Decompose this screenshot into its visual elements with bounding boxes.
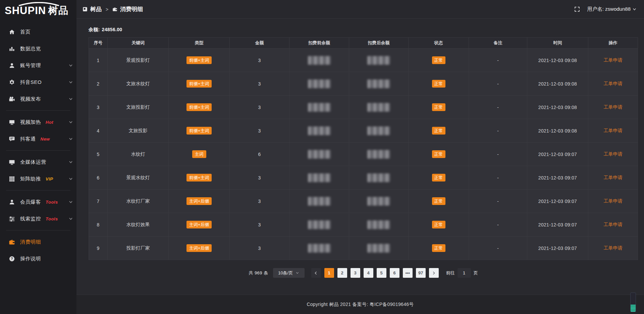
breadcrumb-current[interactable]: 消费明细 — [120, 5, 143, 13]
status-badge: 正常 — [432, 127, 445, 135]
type-badge: 前缀+主词 — [186, 80, 212, 88]
sidebar-item-label: 操作说明 — [20, 256, 41, 262]
work-order-link[interactable]: 工单申请 — [604, 128, 623, 134]
work-order-link[interactable]: 工单申请 — [604, 81, 623, 87]
cell-keyword: 水纹灯 — [108, 143, 169, 166]
consume-table: 序号关键词类型金额扣费前余额扣费后余额状态备注时间操作 1景观投影灯前缀+主词3… — [89, 37, 638, 260]
sidebar-divider — [6, 110, 70, 111]
page-jump-input[interactable]: 1 — [458, 268, 471, 278]
sidebar-item-media-operation[interactable]: 全媒体运营 — [0, 154, 76, 170]
sidebar-item-label: 数据总览 — [20, 46, 41, 52]
next-page-button[interactable] — [429, 268, 439, 278]
cell-action: 工单申请 — [588, 96, 638, 119]
masked-balance-before — [308, 197, 331, 206]
sidebar-item-douketong[interactable]: 抖客通New — [0, 130, 76, 147]
masked-balance-before — [308, 126, 331, 135]
page-size-select[interactable]: 10条/页 — [273, 268, 305, 278]
column-header: 类型 — [169, 38, 230, 49]
scroll-widget[interactable] — [630, 293, 636, 312]
work-order-link[interactable]: 工单申请 — [604, 151, 623, 157]
masked-balance-before — [308, 56, 331, 65]
sidebar-item-clue-monitor[interactable]: 线索监控Tools — [0, 210, 76, 227]
cell-action: 工单申请 — [588, 166, 638, 190]
table-body: 1景观投影灯前缀+主词3正常-2021-12-03 09:08工单申请2文旅水纹… — [89, 49, 638, 260]
logo-text-cn: 树品 — [48, 6, 69, 15]
sidebar-item-video-publish[interactable]: 视频发布 — [0, 91, 76, 107]
work-order-link[interactable]: 工单申请 — [604, 222, 623, 228]
cell-keyword: 景观投影灯 — [108, 49, 169, 72]
jump-suffix: 页 — [474, 270, 478, 276]
masked-balance-after — [367, 220, 390, 229]
user-menu[interactable]: 用户名: zswodun88 — [587, 6, 637, 12]
pagination-total: 共 969 条 — [249, 270, 268, 276]
work-order-link[interactable]: 工单申请 — [604, 198, 623, 204]
page-button-5[interactable]: 5 — [377, 268, 386, 278]
cell-balance-after — [349, 143, 409, 166]
cell-amount: 3 — [230, 96, 289, 119]
masked-balance-before — [308, 103, 331, 112]
cell-keyword: 景观水纹灯 — [108, 166, 169, 190]
cell-status: 正常 — [409, 190, 469, 213]
cell-balance-after — [349, 96, 409, 119]
sidebar-item-video-heat[interactable]: 视频加热Hot — [0, 114, 76, 130]
sidebar-item-consume-detail[interactable]: 消费明细 — [0, 233, 76, 250]
sidebar-item-home[interactable]: 首页 — [0, 23, 76, 40]
sidebar-item-label: 矩阵助推 — [20, 176, 41, 182]
sidebar-item-account-manage[interactable]: 账号管理 — [0, 57, 76, 74]
column-header: 时间 — [527, 38, 588, 49]
page-button-active-1[interactable]: 1 — [324, 268, 334, 278]
sidebar-item-member-baoke[interactable]: 会员爆客Tools — [0, 194, 76, 210]
cell-index: 6 — [89, 166, 108, 190]
chevron-down-icon — [68, 137, 73, 141]
work-order-link[interactable]: 工单申请 — [604, 245, 623, 251]
sidebar-item-tag: VIP — [46, 176, 53, 181]
work-order-link[interactable]: 工单申请 — [604, 57, 623, 63]
page-button-•••[interactable]: ••• — [403, 268, 413, 278]
page-button-2[interactable]: 2 — [337, 268, 347, 278]
cell-keyword: 文旅投影灯 — [108, 96, 169, 119]
work-order-link[interactable]: 工单申请 — [604, 104, 623, 110]
balance-label: 余额: — [89, 27, 100, 32]
wallet-icon — [112, 7, 117, 12]
work-order-link[interactable]: 工单申请 — [604, 175, 623, 181]
cell-time: 2021-12-03 09:08 — [527, 72, 588, 96]
cell-balance-before — [289, 237, 349, 260]
cell-action: 工单申请 — [588, 49, 638, 72]
cell-balance-before — [289, 190, 349, 213]
status-badge: 正常 — [432, 56, 445, 64]
masked-balance-after — [367, 173, 390, 182]
sidebar-item-douyin-seo[interactable]: 抖音SEO — [0, 74, 76, 91]
svg-text:?: ? — [11, 257, 13, 261]
cell-index: 2 — [89, 72, 108, 96]
cell-remark: - — [469, 143, 527, 166]
sidebar-item-tag: Hot — [46, 120, 53, 125]
cell-amount: 3 — [230, 190, 289, 213]
column-header: 序号 — [89, 38, 108, 49]
type-badge: 主词+后缀 — [186, 244, 212, 252]
fullscreen-icon[interactable] — [574, 6, 580, 12]
prev-page-button[interactable] — [311, 268, 321, 278]
page-button-97[interactable]: 97 — [416, 268, 426, 278]
cell-balance-after — [349, 49, 409, 72]
column-header: 扣费前余额 — [289, 38, 349, 49]
breadcrumb-root[interactable]: 树品 — [90, 5, 102, 13]
cell-status: 正常 — [409, 119, 469, 143]
masked-balance-after — [367, 126, 390, 135]
cell-action: 工单申请 — [588, 72, 638, 96]
pagination: 共 969 条10条/页123456•••97前往1页 — [89, 268, 638, 278]
sidebar-item-data-overview[interactable]: 数据总览 — [0, 40, 76, 57]
chevron-down-icon — [296, 271, 299, 275]
status-badge: 正常 — [432, 80, 445, 88]
main-area: 树品 > 消费明细 用户名: zswodun88 — [76, 0, 644, 314]
sidebar: SHUPIN 树品 首页数据总览账号管理抖音SEO视频发布视频加热Hot抖客通N… — [0, 0, 76, 314]
sidebar-item-manual[interactable]: ?操作说明 — [0, 250, 76, 267]
page-button-6[interactable]: 6 — [390, 268, 399, 278]
cell-status: 正常 — [409, 49, 469, 72]
sidebar-item-matrix-boost[interactable]: 矩阵助推VIP — [0, 170, 76, 187]
page-button-3[interactable]: 3 — [351, 268, 360, 278]
column-header: 状态 — [409, 38, 469, 49]
page-button-4[interactable]: 4 — [364, 268, 373, 278]
logo-arc — [17, 2, 60, 6]
cell-time: 2021-12-03 09:07 — [527, 190, 588, 213]
cell-balance-before — [289, 49, 349, 72]
